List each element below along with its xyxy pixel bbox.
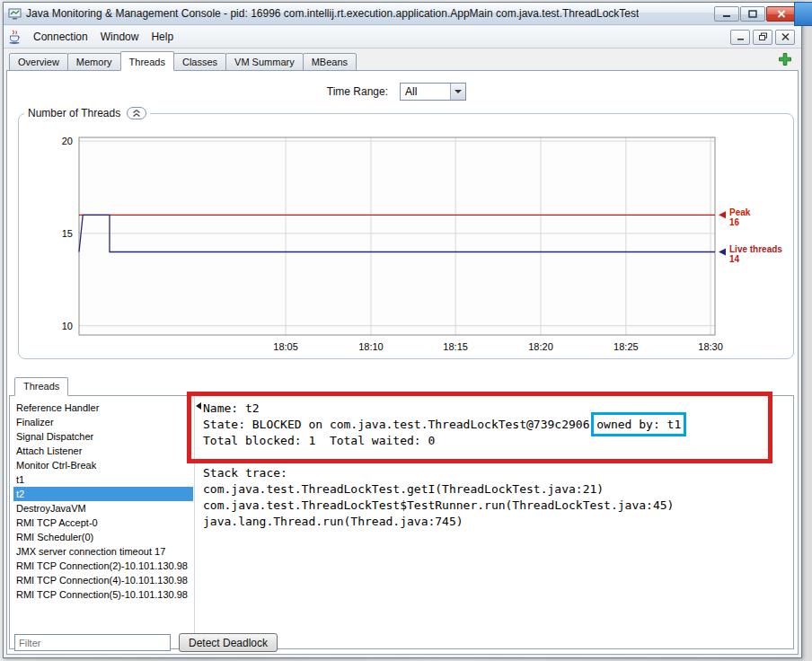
number-of-threads-panel: Number of Threads 18:0518:1018:1518:2018… (18, 113, 794, 359)
thread-list-item[interactable]: Reference Handler (13, 401, 193, 415)
splitter-arrow-icon (196, 402, 201, 410)
split-divider[interactable] (194, 396, 196, 648)
x-tick-label: 18:20 (528, 341, 553, 352)
thread-list-item[interactable]: RMI TCP Connection(5)-10.101.130.98 (13, 587, 193, 602)
chevron-down-icon (455, 90, 462, 93)
threads-chart: 18:0518:1018:1518:2018:2518:30101520Peak… (19, 114, 793, 358)
inner-window-controls (730, 30, 798, 45)
tab-classes[interactable]: Classes (173, 53, 226, 71)
legend-value: 16 (729, 217, 740, 227)
maximize-button[interactable] (740, 6, 765, 22)
menu-items: ConnectionWindowHelp (27, 28, 180, 46)
close-button[interactable] (766, 6, 797, 22)
filter-input[interactable] (14, 634, 171, 651)
stack-trace-line: com.java.test.ThreadLockTest.getI(Thread… (203, 481, 786, 498)
x-tick-label: 18:10 (358, 341, 384, 352)
combo-dropdown-button[interactable] (450, 84, 465, 100)
x-tick-label: 18:15 (443, 341, 468, 352)
new-connection-icon[interactable] (778, 52, 792, 66)
tab-bar: OverviewMemoryThreadsClassesVM SummaryMB… (4, 48, 801, 71)
inner-close-button[interactable] (775, 30, 795, 45)
tab-vm-summary[interactable]: VM Summary (225, 53, 304, 71)
thread-detail: Name: t2 State: BLOCKED on com.java.test… (203, 401, 786, 530)
background-window-fragment (794, 2, 812, 26)
threads-panel: Reference HandlerFinalizerSignal Dispatc… (9, 395, 794, 649)
chart-title: Number of Threads (28, 107, 120, 119)
y-tick-label: 10 (62, 321, 73, 331)
app-window: Java Monitoring & Management Console - p… (3, 2, 802, 658)
tab-threads-detail-label: Threads (23, 381, 59, 392)
thread-list-item[interactable]: RMI Scheduler(0) (13, 530, 193, 544)
tab-threads[interactable]: Threads (120, 51, 174, 71)
thread-list-item[interactable]: DestroyJavaVM (13, 501, 193, 516)
thread-list-item[interactable]: Attach Listener (13, 444, 193, 458)
window-controls (714, 6, 797, 22)
menu-window[interactable]: Window (94, 28, 146, 46)
thread-list-item[interactable]: RMI TCP Connection(2)-10.101.130.98 (13, 559, 193, 573)
x-tick-label: 18:25 (613, 341, 639, 352)
app-icon (8, 7, 22, 21)
thread-list-item[interactable]: RMI TCP Connection(4)-10.101.130.98 (13, 573, 193, 587)
x-tick-label: 18:30 (698, 341, 723, 352)
thread-list-item[interactable]: t1 (13, 472, 193, 487)
thread-list-item[interactable]: Finalizer (13, 415, 193, 429)
thread-name-line: Name: t2 (203, 401, 786, 417)
blank-line (203, 449, 786, 465)
thread-list-item[interactable]: Monitor Ctrl-Break (13, 458, 193, 472)
thread-list-item[interactable]: RMI TCP Accept-0 (13, 516, 193, 530)
menu-connection[interactable]: Connection (27, 28, 94, 46)
time-range-select[interactable]: All (400, 83, 466, 101)
stack-trace-line: com.java.test.ThreadLockTest$TestRunner.… (203, 498, 786, 514)
java-console-icon (7, 30, 22, 45)
thread-list: Reference HandlerFinalizerSignal Dispatc… (13, 401, 193, 602)
double-chevron-up-icon (131, 109, 142, 118)
thread-state-text: State: BLOCKED on com.java.test.ThreadLo… (203, 418, 596, 431)
menu-bar: ConnectionWindowHelp (4, 26, 801, 48)
stack-trace-line: java.lang.Thread.run(Thread.java:745) (203, 514, 786, 530)
thread-state-line: State: BLOCKED on com.java.test.ThreadLo… (203, 417, 786, 433)
thread-list-item[interactable]: JMX server connection timeout 17 (13, 544, 193, 559)
x-tick-label: 18:05 (273, 341, 298, 352)
y-tick-label: 20 (62, 136, 73, 146)
legend-value: 14 (729, 254, 740, 264)
tab-mbeans[interactable]: MBeans (303, 53, 357, 71)
main-content: Time Range: All Number of Threads 18:051… (6, 70, 799, 655)
owned-by-annotation: owned by: t1 (596, 418, 681, 431)
stack-trace: com.java.test.ThreadLockTest.getI(Thread… (203, 481, 786, 530)
menu-help[interactable]: Help (145, 28, 180, 46)
inner-restore-button[interactable] (753, 30, 772, 45)
tab-overview[interactable]: Overview (9, 53, 68, 71)
stack-trace-header: Stack trace: (203, 465, 786, 481)
minimize-button[interactable] (714, 6, 739, 22)
tab-memory[interactable]: Memory (67, 53, 121, 71)
tab-threads-detail[interactable]: Threads (14, 377, 68, 396)
legend-label: Live threads (729, 244, 782, 254)
window-title: Java Monitoring & Management Console - p… (26, 7, 639, 20)
legend-label: Peak (729, 207, 751, 217)
title-bar[interactable]: Java Monitoring & Management Console - p… (4, 3, 801, 25)
time-range-label: Time Range: (298, 85, 388, 98)
legend-arrow-icon (719, 248, 726, 255)
thread-list-item[interactable]: Signal Dispatcher (13, 429, 193, 444)
collapse-chart-button[interactable] (127, 107, 146, 119)
legend-arrow-icon (719, 211, 726, 218)
inner-minimize-button[interactable] (730, 30, 750, 45)
time-range-value: All (401, 85, 450, 98)
detect-deadlock-button[interactable]: Detect Deadlock (179, 633, 278, 652)
thread-list-item[interactable]: t2 (13, 487, 193, 501)
thread-totals-line: Total blocked: 1 Total waited: 0 (203, 433, 786, 449)
y-tick-label: 15 (62, 228, 73, 239)
